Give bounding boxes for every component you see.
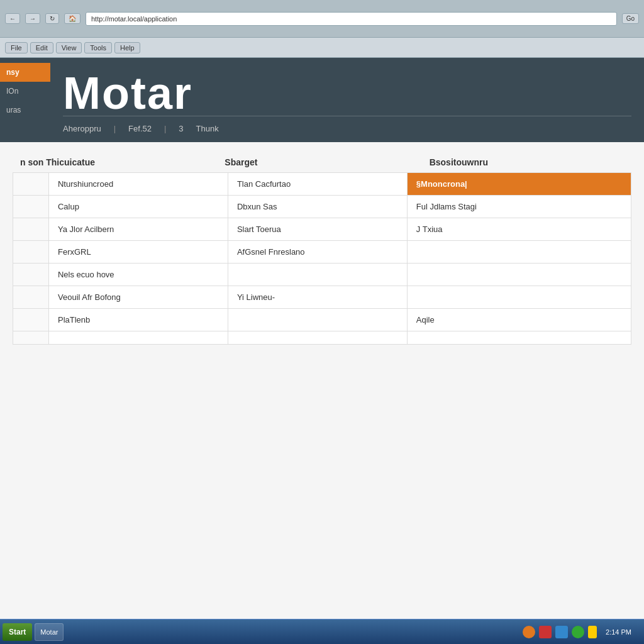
app-header: nsy IOn uras Motar Aheroppru | Fef.52 | …: [0, 58, 644, 142]
taskbar-app-motar[interactable]: Motar: [35, 623, 64, 641]
refresh-button[interactable]: ↻: [45, 13, 59, 24]
address-bar[interactable]: [86, 12, 617, 26]
view-menu[interactable]: View: [56, 42, 82, 53]
row-index: [13, 218, 49, 241]
row-field: Nturshiuncroed: [48, 173, 228, 196]
back-button[interactable]: ←: [5, 13, 20, 24]
row-result: §Mnoncrona|: [407, 173, 631, 196]
app-title: Motar: [63, 70, 631, 116]
taskbar-icon-3[interactable]: [555, 626, 568, 638]
taskbar-time: 2:14 PM: [601, 628, 636, 636]
row-result: J Txiua: [407, 218, 631, 241]
menu-aheroppru[interactable]: Aheroppru: [63, 121, 101, 136]
table-row: FerxGRL AfGsnel Fnreslano: [13, 241, 631, 264]
row-index: [13, 264, 49, 286]
tools-menu[interactable]: Tools: [84, 42, 112, 53]
go-button[interactable]: Go: [622, 13, 639, 24]
row-target: Dbxun Sas: [228, 196, 407, 218]
row-result: [407, 241, 631, 264]
taskbar-system-icons: 2:14 PM: [523, 626, 641, 638]
content-area: n son Thicuicatue Sbarget Bsositouwnru N…: [0, 142, 644, 619]
col-header-target: Sbarget: [219, 155, 424, 170]
header-main: Motar Aheroppru | Fef.52 | 3 Thunk: [50, 58, 644, 142]
nav-bar: File Edit View Tools Help: [0, 38, 644, 58]
row-field: Ya Jlor Acilbern: [48, 218, 228, 241]
row-index: [13, 241, 49, 264]
home-button[interactable]: 🏠: [64, 13, 80, 24]
start-button[interactable]: Start: [3, 623, 32, 641]
row-field: PlaTlenb: [48, 309, 228, 331]
sidebar-item-ion[interactable]: IOn: [0, 82, 50, 101]
table-row: PlaTlenb Aqile: [13, 309, 631, 331]
row-target: Yi Liwneu-: [228, 286, 407, 309]
row-result: [407, 331, 631, 345]
menu-fef52[interactable]: Fef.52: [128, 121, 152, 136]
sidebar-item-nsy[interactable]: nsy: [0, 63, 50, 82]
help-menu[interactable]: Help: [114, 42, 140, 53]
table-row: Nels ecuo hove: [13, 264, 631, 286]
row-index: [13, 331, 49, 345]
col-header-field: n son Thicuicatue: [15, 155, 219, 170]
row-result: Ful Jdlams Stagi: [407, 196, 631, 218]
browser-toolbar: ← → ↻ 🏠 Go: [5, 12, 639, 26]
row-target: Slart Toerua: [228, 218, 407, 241]
table-row: Nturshiuncroed Tlan Cacfurtao §Mnoncrona…: [13, 173, 631, 196]
row-index: [13, 173, 49, 196]
row-target: Tlan Cacfurtao: [228, 173, 407, 196]
col-header-result: Bsositouwnru: [425, 155, 629, 170]
table-row: Veouil Afr Bofong Yi Liwneu-: [13, 286, 631, 309]
app-menu-bar: Aheroppru | Fef.52 | 3 Thunk: [63, 116, 631, 136]
row-field: Calup: [48, 196, 228, 218]
file-menu[interactable]: File: [5, 42, 28, 53]
row-target: [228, 331, 407, 345]
taskbar-icon-4[interactable]: [572, 626, 584, 638]
menu-sep-2: |: [164, 124, 166, 133]
row-index: [13, 309, 49, 331]
forward-button[interactable]: →: [25, 13, 40, 24]
taskbar-icon-5[interactable]: [588, 626, 597, 638]
edit-menu[interactable]: Edit: [30, 42, 53, 53]
table-column-headers: n son Thicuicatue Sbarget Bsositouwnru: [13, 155, 631, 170]
main-table: Nturshiuncroed Tlan Cacfurtao §Mnoncrona…: [13, 172, 631, 345]
row-index: [13, 286, 49, 309]
row-field: Veouil Afr Bofong: [48, 286, 228, 309]
row-result: [407, 264, 631, 286]
app-container: nsy IOn uras Motar Aheroppru | Fef.52 | …: [0, 58, 644, 619]
browser-chrome: ← → ↻ 🏠 Go: [0, 0, 644, 38]
menu-thunk[interactable]: Thunk: [196, 121, 219, 136]
row-target: [228, 309, 407, 331]
menu-sep-1: |: [114, 124, 116, 133]
table-row: Ya Jlor Acilbern Slart Toerua J Txiua: [13, 218, 631, 241]
row-index: [13, 196, 49, 218]
row-target: [228, 264, 407, 286]
row-field: Nels ecuo hove: [48, 264, 228, 286]
row-field: FerxGRL: [48, 241, 228, 264]
row-target: AfGsnel Fnreslano: [228, 241, 407, 264]
taskbar-icon-2[interactable]: [539, 626, 552, 638]
taskbar: Start Motar 2:14 PM: [0, 619, 644, 644]
taskbar-icon-1[interactable]: [523, 626, 535, 638]
sidebar-item-uras[interactable]: uras: [0, 101, 50, 119]
table-row: [13, 331, 631, 345]
table-row: Calup Dbxun Sas Ful Jdlams Stagi: [13, 196, 631, 218]
row-result: Aqile: [407, 309, 631, 331]
row-field: [48, 331, 228, 345]
row-result: [407, 286, 631, 309]
menu-3[interactable]: 3: [179, 121, 183, 136]
sidebar-nav: nsy IOn uras: [0, 58, 50, 142]
